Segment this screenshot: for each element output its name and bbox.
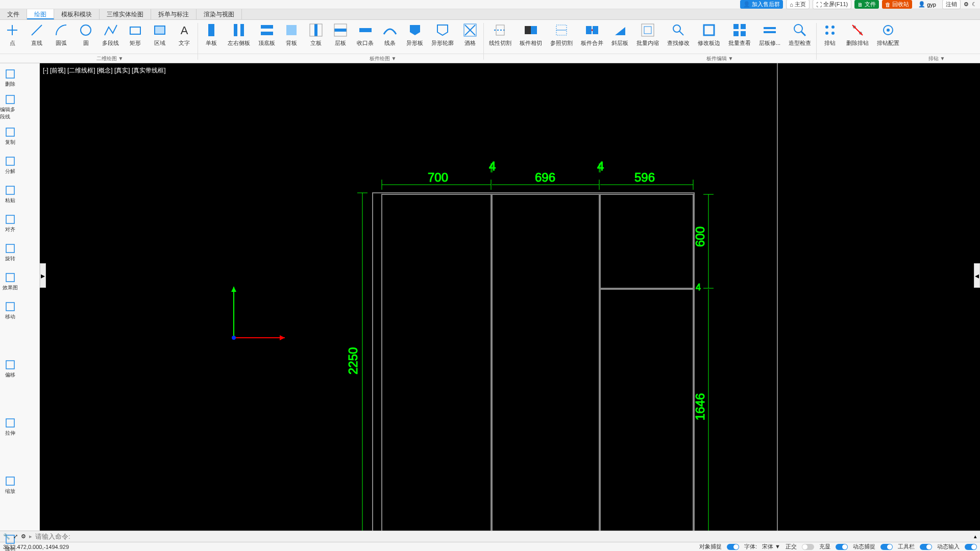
tool-删除[interactable]: 删除 [0,63,20,92]
logout-button[interactable]: 注销 [942,0,961,9]
expand-icon[interactable]: ⤢ [13,533,18,540]
full-toggle[interactable] [836,544,848,550]
tool-粘贴[interactable]: 粘贴 [0,180,20,209]
strip-icon [357,22,374,38]
svg-text:700: 700 [428,170,448,184]
ribbon-group-panel[interactable]: 板件绘图 ▼ [219,54,546,63]
files-button[interactable]: 🗎文件 [854,0,879,9]
svg-point-45 [831,26,835,29]
ortho-toggle[interactable] [802,544,814,550]
svg-rect-96 [600,289,693,531]
svg-rect-4 [130,27,140,34]
settings-icon[interactable]: ⚙ [21,533,26,540]
svg-text:4: 4 [696,282,701,292]
tool-拉伸[interactable]: 拉伸 [0,412,20,441]
tool-偏移[interactable]: 偏移 [0,354,20,383]
tool-效果图[interactable]: 效果图 [0,267,20,296]
svg-rect-13 [314,24,317,36]
polyline-icon [103,22,119,38]
svg-line-43 [801,32,805,36]
dyninput-toggle[interactable] [965,544,977,550]
tool-icon [5,68,16,80]
menu-tab-5[interactable]: 渲染与视图 [197,9,242,19]
ribbon-group-2d[interactable]: 二维绘图 ▼ [0,54,219,63]
svg-marker-86 [280,335,285,340]
trash-icon: 🗑 [885,2,891,8]
toolbar-label: 工具栏 [898,543,915,550]
expand-right-handle[interactable]: ◂ [974,263,980,288]
tool-icon [5,417,16,429]
gear-icon[interactable]: ⚙ [964,1,969,8]
canvas-svg: 700 696 596 4 4 2250 [40,63,980,531]
drillcfg-icon [880,22,896,38]
join-group-button[interactable]: 👤加入售后群 [740,0,783,9]
svg-text:2250: 2250 [346,347,360,374]
menu-tab-4[interactable]: 拆单与标注 [151,9,197,19]
text-icon: A [176,22,192,38]
menu-tab-2[interactable]: 模板和模块 [54,9,100,19]
fullscreen-icon: ⛶ [816,2,822,8]
wrench-icon[interactable]: 🔧 [3,533,10,540]
svg-text:4: 4 [597,159,604,173]
drawing-canvas[interactable]: [-] [前视] [二维线框] [概念] [真实] [真实带线框] [40,63,980,531]
tangent-icon [523,22,539,38]
user-menu[interactable]: 👤gyp [915,1,939,8]
svg-text:4: 4 [489,159,496,173]
ribbon: 点直线圆弧圆多段线矩形区域A文字单板左右侧板顶底板背板立板层板收口条线条异形板异… [0,20,980,63]
dynsnap-toggle[interactable] [880,544,893,550]
toolbar-toggle[interactable] [920,544,932,550]
tool-缩放[interactable]: 缩放 [0,470,20,499]
font-select[interactable]: 宋体 ▼ [762,543,780,550]
molding-icon [382,22,398,38]
circle-icon [78,22,94,38]
menu-tab-0[interactable]: 文件 [0,9,27,19]
svg-rect-23 [525,26,531,34]
svg-rect-53 [6,70,14,78]
moon-icon[interactable]: ☾ [972,1,977,8]
svg-point-47 [831,32,835,35]
outline-icon [434,22,451,38]
svg-rect-27 [586,26,592,34]
svg-point-44 [825,26,828,29]
arc-icon [53,22,69,38]
svg-line-2 [32,25,42,35]
svg-rect-56 [6,157,14,165]
inset-icon [640,22,656,38]
expand-left-handle[interactable]: ▸ [40,263,46,288]
tool-移动[interactable]: 移动 [0,296,20,325]
left-toolbar: 删除编辑多段线复制分解粘贴对齐旋转效果图移动偏移拉伸缩放阵列倒角均分修剪镜像打断… [0,63,40,531]
tool-分解[interactable]: 分解 [0,151,20,180]
menu-tab-1[interactable]: 绘图 [27,9,54,19]
tool-icon [5,185,16,196]
tool-旋转[interactable]: 旋转 [0,238,20,267]
command-history-toggle[interactable]: ▴ [974,533,977,540]
tool-编辑多段线[interactable]: 编辑多段线 [0,92,20,121]
svg-rect-39 [741,31,746,36]
command-input[interactable] [35,533,219,540]
svg-rect-28 [593,26,598,34]
tool-复制[interactable]: 复制 [0,121,20,151]
ortho-label: 正交 [786,543,797,550]
fullscreen-button[interactable]: ⛶全屏(F11) [813,0,851,9]
recycle-button[interactable]: 🗑回收站 [882,0,912,9]
svg-rect-32 [644,27,651,34]
menu-tab-3[interactable]: 三维实体绘图 [100,9,151,19]
svg-rect-63 [6,361,14,369]
ribbon-group-drill[interactable]: 排钻 ▼ [893,54,980,63]
svg-point-33 [673,25,680,32]
tool-icon [5,301,16,312]
command-bar: 🔧 ⤢ ⚙ ▸ ▴ [0,531,980,542]
home-button[interactable]: ⌂主页 [786,0,810,9]
tool-对齐[interactable]: 对齐 [0,209,20,238]
svg-point-46 [825,32,828,35]
snap-toggle[interactable] [727,544,739,550]
svg-text:600: 600 [693,227,707,247]
svg-rect-24 [531,26,537,34]
tool-icon [5,272,16,283]
status-bar: 3532.472,0.000,-1494.929 对象捕捉 字体:宋体 ▼ 正交… [0,542,980,551]
svg-rect-92 [382,194,491,531]
tool-icon [5,156,16,167]
ribbon-group-edit[interactable]: 板件编辑 ▼ [546,54,893,63]
view-mode-label[interactable]: [-] [前视] [二维线框] [概念] [真实] [真实带线框] [43,66,166,75]
svg-rect-94 [600,194,693,288]
